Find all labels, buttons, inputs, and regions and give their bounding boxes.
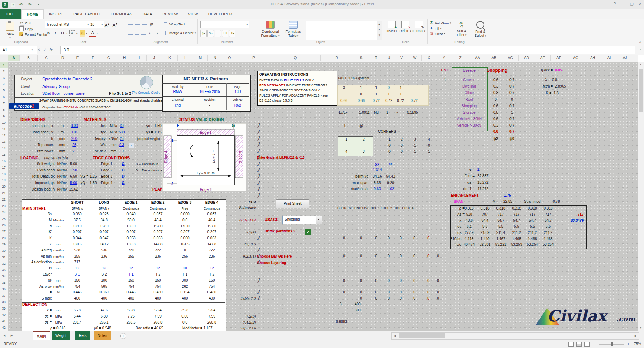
grow-font-button[interactable]: A▲ xyxy=(104,21,111,28)
sheet-tab-weight[interactable]: Weight xyxy=(52,331,70,340)
collapse-ribbon-icon[interactable]: ˄ xyxy=(639,40,641,44)
column-header-S[interactable]: S xyxy=(353,55,369,61)
redo-icon[interactable]: ↷ xyxy=(27,2,33,8)
sheet-tab-main[interactable]: MAIN xyxy=(33,331,50,341)
column-header-AE[interactable]: AE xyxy=(535,55,551,61)
column-header-X[interactable]: X xyxy=(422,55,436,61)
shrink-font-button[interactable]: A▼ xyxy=(112,21,119,28)
row-header-25[interactable]: 25 xyxy=(0,216,8,222)
merge-center-button[interactable]: Merge & Center▾ xyxy=(163,31,196,35)
row-header-21[interactable]: 21 xyxy=(0,190,8,197)
sort-filter-button[interactable]: A↓Z↑Sort & Filter ▾ xyxy=(453,20,470,41)
align-middle-icon[interactable] xyxy=(135,23,140,27)
column-header-W[interactable]: W xyxy=(408,55,422,61)
row-header-36[interactable]: 36 xyxy=(0,286,8,293)
row-header-14[interactable]: 14 xyxy=(0,145,8,152)
align-center-icon[interactable] xyxy=(135,32,139,36)
row-header-32[interactable]: 32 xyxy=(0,260,8,267)
autosum-button[interactable]: ΣAutoSum▾ xyxy=(429,21,451,25)
scroll-up-icon[interactable]: ▲ xyxy=(638,62,644,67)
ribbon-tab-data[interactable]: DATA xyxy=(137,9,158,19)
row-header-4[interactable]: 4 xyxy=(0,81,8,88)
horizontal-scrollbar[interactable]: ◄ ► xyxy=(391,332,639,340)
row-header-29[interactable]: 29 xyxy=(0,241,8,248)
row-header-34[interactable]: 34 xyxy=(0,273,8,280)
wrap-text-button[interactable]: Wrap Text xyxy=(163,22,185,26)
row-header-3[interactable]: 3 xyxy=(0,75,8,81)
tab-scroll-right-icon[interactable]: ► xyxy=(10,331,13,340)
tab-scroll-left-icon[interactable]: ◄ xyxy=(3,331,6,340)
row-header-10[interactable]: 10 xyxy=(0,119,8,126)
underline-button[interactable]: U xyxy=(59,30,66,37)
decrease-decimal-button[interactable]: .0- xyxy=(229,30,235,37)
ribbon-tab-page-layout[interactable]: PAGE LAYOUT xyxy=(68,9,106,19)
excel-app-icon[interactable]: X xyxy=(2,2,8,8)
italic-button[interactable]: I xyxy=(52,30,59,37)
font-size-select[interactable]: 10▾ xyxy=(89,21,104,28)
column-header-A[interactable]: A xyxy=(8,55,20,61)
column-header-R[interactable]: R xyxy=(321,55,353,61)
column-header-AF[interactable]: AF xyxy=(551,55,567,61)
normal-view-icon[interactable] xyxy=(568,342,574,347)
column-header-I[interactable]: I xyxy=(132,55,147,61)
qat-customize-icon[interactable]: ▾ xyxy=(36,2,41,8)
row-header-31[interactable]: 31 xyxy=(0,254,8,261)
column-header-P[interactable]: P xyxy=(237,55,270,61)
row-header-33[interactable]: 33 xyxy=(0,267,8,273)
usage-select[interactable]: Shopping ▼ xyxy=(282,216,322,224)
cell-styles-gallery[interactable] xyxy=(306,21,377,40)
ribbon-tab-formulas[interactable]: FORMULAS xyxy=(106,9,137,19)
new-sheet-button[interactable]: + xyxy=(120,333,126,339)
column-header-T[interactable]: T xyxy=(369,55,383,61)
format-as-table-button[interactable]: Format as Table ▾ xyxy=(282,20,304,41)
ribbon-tab-view[interactable]: VIEW xyxy=(183,9,203,19)
brittle-partitions-checkbox[interactable]: ✓ xyxy=(305,229,311,235)
ribbon-tab-home[interactable]: HOME xyxy=(21,9,44,19)
font-color-button[interactable]: A xyxy=(89,29,96,37)
row-header-23[interactable]: 23 xyxy=(0,203,8,210)
column-header-J[interactable]: J xyxy=(147,55,162,61)
insert-function-icon[interactable]: fx xyxy=(49,48,52,52)
borders-dropdown-icon[interactable]: ▾ xyxy=(76,32,78,35)
ribbon-tab-file[interactable]: FILE xyxy=(0,9,21,19)
row-header-37[interactable]: 37 xyxy=(0,292,8,299)
ribbon-tab-insert[interactable]: INSERT xyxy=(44,9,68,19)
close-icon[interactable]: ✕ xyxy=(639,1,642,6)
column-header-K[interactable]: K xyxy=(162,55,178,61)
font-family-select[interactable]: Trebuchet MS▾ xyxy=(45,21,90,28)
column-header-E[interactable]: E xyxy=(70,55,85,61)
row-header-40[interactable]: 40 xyxy=(0,311,8,318)
comma-format-button[interactable]: , xyxy=(215,30,221,37)
orientation-button[interactable]: ab xyxy=(147,20,156,29)
row-header-6[interactable]: 6 xyxy=(0,94,8,100)
enter-icon[interactable]: ✓ xyxy=(43,48,46,52)
fill-button[interactable]: ⬇Fill▾ xyxy=(429,26,451,30)
save-icon[interactable]: ▾ xyxy=(11,3,15,7)
print-sheet-button[interactable]: Print Sheet xyxy=(276,199,309,208)
percent-format-button[interactable]: % xyxy=(207,30,214,37)
underline-dropdown-icon[interactable]: ▾ xyxy=(66,32,68,35)
ribbon-tab-review[interactable]: REVIEW xyxy=(157,9,183,19)
find-select-button[interactable]: Find & Select ▾ xyxy=(472,20,489,41)
usage-select-dropdown-icon[interactable]: ▼ xyxy=(316,216,322,224)
column-header-AB[interactable]: AB xyxy=(486,55,502,61)
row-header-12[interactable]: 12 xyxy=(0,132,8,139)
formula-input[interactable]: 3.0 xyxy=(60,46,635,54)
increase-indent-icon[interactable]: ⇥ xyxy=(154,30,160,37)
column-header-H[interactable]: H xyxy=(117,55,132,61)
column-header-AD[interactable]: AD xyxy=(519,55,535,61)
row-header-8[interactable]: 8 xyxy=(0,107,8,113)
undo-icon[interactable]: ↶ xyxy=(18,2,24,8)
column-header-G[interactable]: G xyxy=(101,55,117,61)
column-header-AA[interactable]: AA xyxy=(469,55,486,61)
row-header-13[interactable]: 13 xyxy=(0,138,8,145)
row-header-26[interactable]: 26 xyxy=(0,222,8,229)
column-header-Z[interactable]: Z xyxy=(452,55,469,61)
align-left-icon[interactable] xyxy=(128,32,133,36)
row-header-42[interactable]: 42 xyxy=(0,324,8,331)
column-header-M[interactable]: M xyxy=(193,55,208,61)
column-header-AH[interactable]: AH xyxy=(584,55,601,61)
cancel-icon[interactable]: ✕ xyxy=(37,48,40,52)
help-icon[interactable]: ? xyxy=(613,1,616,6)
vertical-scroll-thumb[interactable] xyxy=(639,69,643,112)
